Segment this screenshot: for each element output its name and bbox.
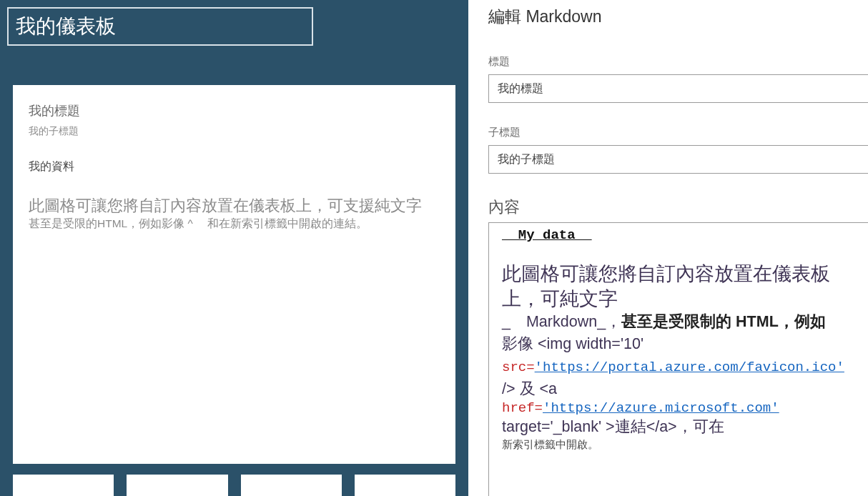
tile-title: 我的標題: [29, 102, 440, 119]
subtitle-field-label: 子標題: [488, 126, 868, 139]
content-big-text: 此圖格可讓您將自訂內容放置在儀表板上，可純文字: [502, 262, 861, 311]
url-text: 'https://azure.microsoft.com': [543, 400, 779, 416]
title-input[interactable]: [488, 74, 868, 103]
bottom-tiles-strip: [13, 475, 455, 496]
url-text: 'https://portal.azure.com/favicon.ico': [535, 359, 844, 375]
content-mix-line2: 影像 <img width='10': [502, 333, 861, 355]
bottom-tile[interactable]: [13, 475, 114, 496]
content-text-bold: 甚至是受限制的 HTML，例如: [621, 313, 826, 330]
dashboard-title-input[interactable]: 我的儀表板: [7, 7, 313, 46]
tile-data-label: 我的資料: [29, 159, 440, 174]
markdown-tile[interactable]: 我的標題 我的子標題 我的資料 此圖格可讓您將自訂內容放置在儀表板上，可支援純文…: [13, 85, 455, 464]
subtitle-input[interactable]: [488, 145, 868, 174]
content-text: _ Markdown_，: [502, 313, 621, 330]
tile-description-line1: 此圖格可讓您將自訂內容放置在儀表板上，可支援純文字: [29, 196, 440, 216]
src-attr: src=: [502, 359, 535, 375]
content-href-line: href='https://azure.microsoft.com': [502, 400, 861, 416]
content-small-text: 新索引標籤中開啟。: [502, 438, 861, 452]
content-mix-line4: target='_blank' >連結</a>，可在: [502, 416, 861, 438]
content-src-line: src='https://portal.azure.com/favicon.ic…: [502, 355, 861, 400]
tile-subtitle: 我的子標題: [29, 125, 440, 138]
edit-markdown-panel: 編輯 Markdown 標題 子標題 內容 __My data _ 此圖格可讓您…: [468, 0, 868, 496]
bottom-tile[interactable]: [241, 475, 342, 496]
panel-heading: 編輯 Markdown: [488, 6, 868, 28]
tile-description-line2: 甚至是受限的HTML，例如影像 ^ 和在新索引標籤中開啟的連結。: [29, 216, 440, 232]
title-field-label: 標題: [488, 55, 868, 69]
content-text: 影像 <img width='10': [502, 335, 643, 352]
dashboard-title-container: 我的儀表板: [7, 7, 461, 46]
bottom-tile[interactable]: [127, 475, 227, 496]
bottom-tile[interactable]: [355, 475, 455, 496]
dashboard-panel: 我的儀表板 我的標題 我的子標題 我的資料 此圖格可讓您將自訂內容放置在儀表板上…: [0, 0, 468, 496]
content-editor[interactable]: __My data _ 此圖格可讓您將自訂內容放置在儀表板上，可純文字 _ Ma…: [488, 222, 868, 496]
content-line-bold: __My data _: [502, 227, 591, 243]
content-mix-line1: _ Markdown_，甚至是受限制的 HTML，例如: [502, 311, 861, 333]
content-text: /> 及 <a: [502, 380, 557, 397]
content-field-label: 內容: [488, 197, 868, 218]
href-attr: href=: [502, 400, 543, 416]
